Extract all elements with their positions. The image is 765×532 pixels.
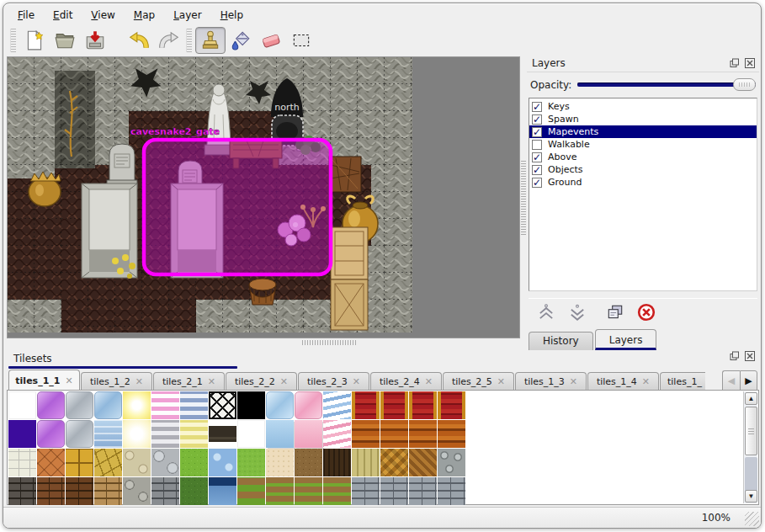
float-dock-button[interactable]	[728, 57, 741, 69]
dock-tab-layers[interactable]: Layers	[595, 329, 657, 350]
tileset-tile-weave[interactable]	[380, 449, 408, 476]
dock-splitter[interactable]	[521, 159, 526, 235]
undo-button[interactable]	[124, 27, 154, 54]
tileset-tile-bamboo[interactable]	[352, 449, 380, 476]
eraser-tool-button[interactable]	[256, 27, 286, 54]
layer-checkbox[interactable]: ✓	[532, 178, 542, 188]
tileset-tile-glass-gray[interactable]	[66, 420, 93, 448]
tileset-scrollbar[interactable]: ▲ ▼	[743, 391, 757, 503]
tileset-tile-water2[interactable]	[209, 449, 236, 476]
tab-close-icon[interactable]: ✕	[642, 376, 650, 387]
tileset-tile-carpet-orange[interactable]	[380, 420, 408, 448]
tileset-tile-indigo[interactable]	[8, 420, 36, 448]
tileset-tile-brick-tan[interactable]	[94, 477, 122, 505]
tileset-tile-grass[interactable]	[180, 449, 208, 476]
tileset-tab-tiles_1_1[interactable]: tiles_1_1✕	[8, 370, 80, 391]
delete-layer-button[interactable]	[635, 301, 657, 323]
tileset-tile-glow-yellow[interactable]	[123, 391, 151, 419]
tab-close-icon[interactable]: ✕	[135, 376, 143, 387]
tileset-tile-brick-gray2[interactable]	[380, 477, 408, 505]
tileset-tile-herringbone[interactable]	[409, 449, 437, 476]
tileset-tile-carpet-orange[interactable]	[352, 420, 380, 448]
close-tilesets-button[interactable]	[743, 350, 756, 362]
menu-help[interactable]: Help	[213, 8, 251, 23]
tileset-tab-tiles_1_2[interactable]: tiles_1_2✕	[81, 372, 152, 391]
tileset-tile-cobble-wall[interactable]	[123, 477, 151, 505]
tab-close-icon[interactable]: ✕	[280, 376, 288, 387]
tileset-tile-stripes-pink[interactable]	[151, 391, 179, 419]
tileset-tile-cobble-gray[interactable]	[151, 449, 179, 476]
tileset-tile-flag-yellow[interactable]	[94, 449, 122, 476]
tileset-tile-dirt[interactable]	[295, 449, 322, 476]
tileset-tile-ribbon-pink[interactable]	[323, 420, 351, 448]
map-canvas[interactable]: north	[8, 57, 412, 332]
tileset-tile-carpet-orange[interactable]	[438, 420, 465, 448]
tileset-tile-grass2[interactable]	[237, 449, 265, 476]
tab-close-icon[interactable]: ✕	[65, 375, 72, 386]
tileset-tile-glass-pink[interactable]	[295, 391, 322, 419]
opacity-slider-track[interactable]	[577, 82, 756, 87]
opacity-slider[interactable]	[577, 77, 756, 92]
tileset-tile-brick-gray2[interactable]	[438, 477, 465, 505]
layer-checkbox[interactable]: ✓	[532, 102, 542, 112]
menu-view[interactable]: View	[83, 8, 122, 23]
tileset-tile-brick-brown[interactable]	[37, 477, 65, 505]
layer-checkbox[interactable]	[532, 140, 542, 150]
layer-row-walkable[interactable]: Walkable	[529, 138, 757, 151]
tileset-tile-stripes-gray[interactable]	[151, 420, 179, 448]
dock-tab-history[interactable]: History	[529, 332, 593, 350]
open-button[interactable]	[50, 27, 80, 54]
raise-layer-button[interactable]	[535, 301, 557, 323]
map-panel[interactable]: north	[7, 56, 520, 338]
tileset-tile-grass-path[interactable]	[266, 477, 294, 505]
tileset-tile-sand[interactable]	[266, 449, 294, 476]
tileset-tab-tiles_2_3[interactable]: tiles_2_3✕	[298, 372, 369, 391]
tileset-tile-dirt-path[interactable]	[237, 477, 265, 505]
tileset-tile-white[interactable]	[8, 391, 36, 419]
tileset-tile-glass-lightblue[interactable]	[266, 391, 294, 419]
tileset-tile-brick-gray[interactable]	[151, 477, 179, 505]
tileset-tile-stone-orange[interactable]	[37, 449, 65, 476]
tileset-tab-tiles_2_1[interactable]: tiles_2_1✕	[153, 372, 225, 391]
duplicate-layer-button[interactable]	[604, 301, 626, 323]
tab-scroll-left-button[interactable]: ◀	[722, 370, 740, 391]
tileset-tile-logs[interactable]	[438, 449, 465, 476]
layer-row-objects[interactable]: ✓Objects	[529, 163, 757, 176]
tileset-tile-swatch-blue[interactable]	[266, 420, 294, 448]
float-tilesets-button[interactable]	[728, 350, 741, 362]
tab-close-icon[interactable]: ✕	[353, 376, 360, 387]
tileset-tile-brick-gray2[interactable]	[352, 477, 380, 505]
layer-row-keys[interactable]: ✓Keys	[529, 100, 757, 113]
tileset-tile-glass-gray[interactable]	[66, 391, 93, 419]
redo-button[interactable]	[154, 27, 184, 54]
scroll-down-button[interactable]: ▼	[745, 490, 757, 503]
tileset-tile-carpet-red[interactable]	[352, 391, 380, 419]
layer-row-above[interactable]: ✓Above	[529, 151, 757, 163]
fill-tool-button[interactable]	[226, 27, 256, 54]
scrollbar-thumb[interactable]	[745, 407, 757, 455]
tileset-tile-carpet-red[interactable]	[438, 391, 465, 419]
tileset-tab-tiles_2_5[interactable]: tiles_2_5✕	[443, 372, 514, 391]
tileset-tab-tiles_1_4[interactable]: tiles_1_4✕	[587, 372, 659, 391]
menu-map[interactable]: Map	[126, 8, 162, 23]
tileset-tab-tiles_1_[interactable]: tiles_1_	[660, 372, 705, 391]
tileset-tile-hedge[interactable]	[180, 477, 208, 505]
tileset-tile-swatch-pink[interactable]	[295, 420, 322, 448]
menu-file[interactable]: File	[10, 8, 42, 23]
tileset-tile-brick-gray2[interactable]	[409, 477, 437, 505]
tileset-tile-path-white[interactable]	[8, 449, 36, 476]
tileset-tile-wall-dark[interactable]	[8, 477, 36, 505]
tileset-tile-brick-brown2[interactable]	[66, 477, 93, 505]
menu-edit[interactable]: Edit	[45, 8, 80, 23]
layer-checkbox[interactable]: ✓	[532, 165, 542, 175]
tileset-tab-tiles_2_4[interactable]: tiles_2_4✕	[370, 372, 442, 391]
tileset-tile-white[interactable]	[237, 420, 265, 448]
tileset-tile-cobble-beige[interactable]	[123, 449, 151, 476]
map-selection[interactable]	[144, 140, 331, 274]
layer-checkbox[interactable]: ✓	[532, 152, 542, 162]
scroll-up-button[interactable]: ▲	[745, 392, 757, 405]
save-button[interactable]	[80, 27, 110, 54]
layer-checkbox[interactable]: ✓	[532, 127, 542, 137]
tileset-tile-black[interactable]	[237, 391, 265, 419]
toolbar-grip[interactable]	[186, 29, 192, 52]
